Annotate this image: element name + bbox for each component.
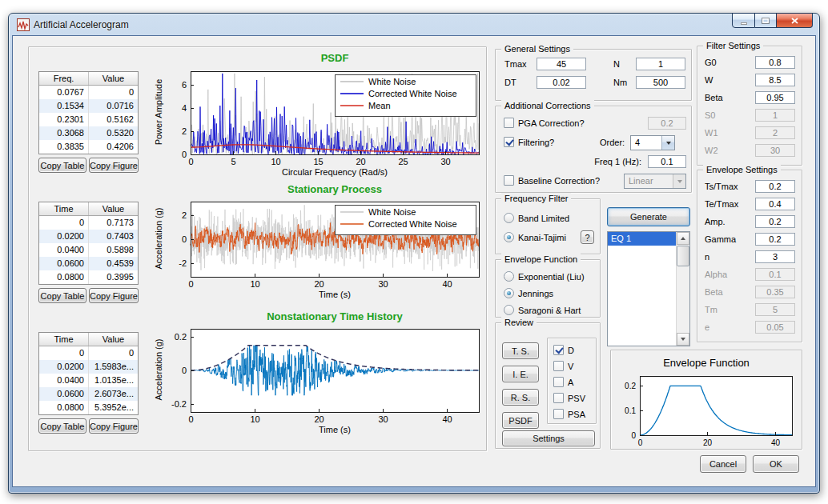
saragoni-hart-radio[interactable] [504, 305, 514, 315]
checkbox-psv[interactable] [553, 393, 564, 403]
time-series-button[interactable]: T. S. [502, 342, 539, 359]
dt-label: DT [504, 78, 516, 87]
dropdown-arrow-icon [673, 174, 685, 188]
kanai-tajimi-radio[interactable] [504, 232, 514, 242]
table-row[interactable]: 0.02001.5983e... [39, 360, 138, 374]
filter-help-button[interactable]: ? [581, 230, 594, 244]
table-row[interactable]: 0.15340.0716 [39, 99, 138, 113]
svg-text:10: 10 [250, 279, 259, 289]
n-input[interactable]: 1 [636, 58, 685, 70]
cancel-button[interactable]: Cancel [700, 455, 746, 473]
table-row[interactable]: 0.07670 [39, 86, 138, 99]
svg-text:40: 40 [442, 279, 452, 289]
n-exp-input[interactable]: 3 [755, 250, 795, 263]
panel-title: General Settings [501, 43, 573, 54]
svg-text:20: 20 [703, 438, 713, 447]
table-row[interactable]: 0.08005.3952e... [39, 401, 138, 414]
amp-input[interactable]: 0.2 [755, 215, 795, 228]
scroll-down-button[interactable] [677, 333, 689, 346]
copy-figure-button-3[interactable]: Copy Figure [89, 418, 139, 434]
table-row[interactable]: 00 [39, 346, 138, 360]
dt-input[interactable]: 0.02 [537, 76, 586, 89]
col-header: Value [89, 72, 138, 85]
generate-button[interactable]: Generate [607, 207, 690, 226]
filter-settings-panel: Filter Settings G0 0.8 W 8.5 Beta 0.95 S… [697, 46, 802, 166]
panel-title: Envelope Function [501, 254, 581, 265]
response-spectrum-button[interactable]: R. S. [502, 389, 539, 406]
table-row[interactable]: 0.23010.5162 [39, 113, 138, 126]
arrow-down-icon [681, 338, 685, 341]
ts-tmax-input[interactable]: 0.2 [755, 180, 795, 193]
w-input[interactable]: 8.5 [755, 74, 795, 86]
tm-label: Tm [705, 305, 717, 314]
svg-text:0: 0 [638, 438, 643, 447]
svg-text:0: 0 [182, 366, 187, 375]
nm-input[interactable]: 500 [636, 76, 685, 89]
n-exp-label: n [705, 252, 709, 262]
checkbox-a[interactable] [553, 377, 564, 387]
svg-text:30: 30 [440, 157, 450, 166]
checkbox-v[interactable] [553, 361, 564, 371]
te-tmax-input[interactable]: 0.4 [755, 198, 795, 210]
tmax-input[interactable]: 45 [537, 58, 586, 70]
dropdown-arrow-icon[interactable] [661, 136, 674, 150]
beta-input[interactable]: 0.95 [755, 91, 795, 104]
intensity-envelope-button[interactable]: I. E. [502, 366, 539, 382]
scrollbar-thumb[interactable] [677, 246, 689, 266]
nonstationary-table: Time Value 00 0.02001.5983e... 0.04001.0… [38, 332, 139, 415]
jennings-label: Jennings [518, 289, 553, 298]
copy-figure-button-1[interactable]: Copy Figure [89, 158, 139, 173]
table-row[interactable]: 0.30680.5320 [39, 126, 138, 140]
filtering-checkbox[interactable] [504, 137, 514, 147]
jennings-radio[interactable] [504, 288, 514, 298]
maximize-button[interactable] [755, 13, 777, 28]
svg-text:20: 20 [356, 157, 365, 166]
close-button[interactable] [777, 13, 813, 28]
psdf-plot: 0510152025300246White NoiseCorrected Whi… [162, 66, 487, 169]
table-row[interactable]: 0.04001.0135e... [39, 374, 138, 387]
ok-button[interactable]: OK [753, 455, 799, 473]
arrow-up-icon [681, 237, 685, 240]
order-label: Order: [600, 138, 625, 147]
table-row[interactable]: 0.06002.6073e... [39, 387, 138, 401]
scroll-up-button[interactable] [677, 232, 689, 245]
alpha-input: 0.1 [755, 268, 795, 281]
nonstationary-plot-title: Nonstationary Time History [191, 310, 479, 322]
titlebar[interactable]: Artificial Accelerogram [9, 14, 819, 35]
svg-text:Corrected White Noise: Corrected White Noise [368, 219, 457, 229]
minimize-button[interactable] [732, 13, 755, 28]
ts-tmax-label: Ts/Tmax [705, 182, 738, 191]
baseline-correction-checkbox[interactable] [504, 175, 514, 186]
list-item-eq1[interactable]: EQ 1 [608, 232, 676, 246]
eq-listbox[interactable]: EQ 1 [607, 231, 690, 346]
svg-text:15: 15 [313, 157, 323, 166]
table-row[interactable]: 0.08000.3995 [39, 270, 138, 284]
copy-table-button-2[interactable]: Copy Table [38, 288, 86, 303]
envelope-plot-panel: Envelope Function 0204000.10.2 [610, 350, 802, 450]
copy-figure-button-2[interactable]: Copy Figure [89, 288, 139, 303]
s0-input: 1 [755, 109, 795, 122]
svg-text:-2: -2 [179, 258, 187, 268]
stationary-table: Time Value 00.7173 0.02000.7403 0.04000.… [38, 202, 139, 285]
band-limited-radio[interactable] [504, 213, 514, 223]
g0-input[interactable]: 0.8 [755, 56, 795, 69]
checkbox-d[interactable] [553, 345, 564, 355]
copy-table-button-3[interactable]: Copy Table [38, 418, 86, 434]
table-row[interactable]: 0.38350.4206 [39, 140, 138, 154]
copy-table-button-1[interactable]: Copy Table [38, 158, 86, 173]
pga-correction-checkbox[interactable] [504, 118, 514, 128]
table-row[interactable]: 0.02000.7403 [39, 230, 138, 243]
psdf-button[interactable]: PSDF [502, 412, 539, 429]
table-row[interactable]: 0.06000.4539 [39, 257, 138, 270]
nonstationary-xlabel: Time (s) [191, 425, 479, 434]
freq1-input[interactable]: 0.1 [648, 155, 686, 168]
beta-label: Beta [705, 93, 723, 102]
listbox-scrollbar[interactable] [676, 232, 689, 346]
table-row[interactable]: 00.7173 [39, 216, 138, 230]
checkbox-psa[interactable] [553, 409, 564, 419]
order-dropdown[interactable]: 4 [630, 135, 675, 150]
gamma-input[interactable]: 0.2 [755, 233, 795, 246]
table-row[interactable]: 0.04000.5898 [39, 243, 138, 257]
settings-button[interactable]: Settings [502, 430, 595, 446]
exponential-liu-radio[interactable] [504, 271, 514, 282]
